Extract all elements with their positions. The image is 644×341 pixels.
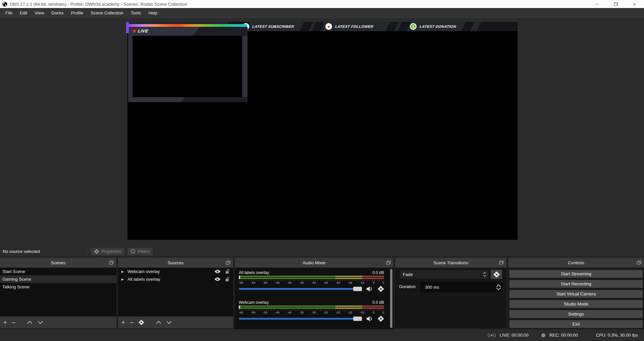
visibility-eye-icon[interactable] [214, 269, 221, 274]
filters-label: Filters [138, 249, 149, 254]
filters-button[interactable]: Filters [127, 248, 153, 256]
speaker-mute-button[interactable] [366, 286, 373, 292]
menu-item[interactable]: Tools [127, 8, 145, 18]
dollar-glyph: $ [411, 24, 416, 29]
filters-icon [130, 249, 136, 254]
webcam-frame-purple-tab [126, 22, 129, 33]
restore-icon [614, 2, 618, 6]
meter-level-cursor [239, 276, 240, 279]
window-title: OBS 27.2.1 (64-bit, windows) - Profile: … [10, 2, 187, 7]
visibility-eye-icon[interactable] [214, 277, 221, 281]
minimize-button[interactable] [588, 0, 606, 8]
meter-strip-left [239, 305, 384, 307]
channel-level-db: 0.0 dB [372, 300, 384, 305]
control-button[interactable]: Start Virtual Camera [509, 290, 643, 298]
source-list-item[interactable]: ▶ All labels overlay [118, 275, 233, 283]
source-toolbar: No source selected Properties Filters [0, 246, 644, 257]
sources-panel: Sources ▶ Webcam overlay [118, 258, 233, 328]
volume-slider-handle[interactable] [353, 317, 362, 321]
chevron-up-down-icon [483, 272, 486, 277]
remove-source-button[interactable]: − [130, 320, 134, 326]
audio-mixer-header: Audio Mixer [235, 258, 393, 268]
scene-list-item[interactable]: Gaming Scene [0, 275, 116, 283]
volume-slider-track[interactable] [239, 318, 362, 320]
lock-unlocked-icon[interactable] [225, 269, 230, 274]
latest-subscriber-text: LATEST SUBSCRIBER [252, 24, 294, 28]
channel-settings-gear-button[interactable] [378, 316, 384, 322]
source-list-item[interactable]: ▶ Webcam overlay [118, 268, 233, 275]
lock-unlocked-icon[interactable] [225, 277, 230, 282]
expand-arrow-icon[interactable]: ▶ [121, 270, 124, 273]
frame-header-accent [193, 27, 248, 36]
db-tick-label: 0 [382, 281, 384, 285]
channel-settings-gear-button[interactable] [378, 286, 384, 292]
volume-slider[interactable] [239, 316, 362, 321]
control-button[interactable]: Start Recording [509, 280, 643, 288]
db-tick-label: -60 [239, 281, 243, 285]
transition-properties-button[interactable] [490, 269, 502, 279]
preview-canvas[interactable]: ★ LATEST SUBSCRIBER ♥ LATEST FOLLOWER $ … [127, 22, 518, 240]
dock-popout-icon[interactable] [637, 261, 641, 265]
latest-donation-label: $ LATEST DONATION [410, 22, 456, 31]
source-properties-gear-button[interactable] [139, 320, 144, 325]
add-scene-button[interactable]: + [3, 320, 7, 326]
scenes-list: Start SceneGaming SceneTalking Scene [0, 268, 116, 317]
obs-main-window: OBS 27.2.1 (64-bit, windows) - Profile: … [0, 0, 644, 341]
menu-item[interactable]: Help [145, 8, 161, 18]
move-source-up-button[interactable] [156, 321, 161, 324]
dock-popout-icon[interactable] [226, 261, 230, 265]
webcam-video-area [132, 36, 242, 97]
speaker-mute-button[interactable] [366, 316, 373, 322]
close-button[interactable]: × [625, 0, 644, 8]
volume-slider-handle[interactable] [353, 287, 362, 291]
scene-list-item[interactable]: Start Scene [0, 268, 116, 275]
db-tick-label: -10 [360, 311, 364, 315]
follower-icon: ♥ [325, 23, 332, 30]
properties-button[interactable]: Properties [91, 248, 124, 256]
db-ruler-labels: -60-55-50-45-40-35-30-25-20-15-10-50 [239, 281, 384, 285]
control-button[interactable]: Settings [509, 310, 643, 318]
control-button[interactable]: Start Streaming [509, 270, 643, 278]
add-source-button[interactable]: + [121, 320, 125, 326]
remove-scene-button[interactable]: − [12, 320, 16, 326]
transition-select[interactable]: Fade [399, 270, 489, 279]
db-tick-label: -40 [287, 311, 291, 315]
dock-popout-icon[interactable] [499, 261, 504, 265]
duration-input[interactable]: 300 ms [421, 282, 502, 292]
db-tick-label: -25 [324, 311, 328, 315]
duration-decrement-button[interactable] [496, 287, 501, 290]
duration-increment-button[interactable] [496, 284, 501, 287]
dock-popout-icon[interactable] [386, 261, 391, 265]
obs-logo-icon [2, 2, 7, 7]
control-button[interactable]: Exit [509, 320, 643, 328]
controls-panel-title: Controls [568, 260, 584, 265]
preview-area: ★ LATEST SUBSCRIBER ♥ LATEST FOLLOWER $ … [0, 18, 644, 246]
db-tick-label: -50 [263, 281, 267, 285]
volume-slider-track[interactable] [239, 288, 362, 290]
volume-slider[interactable] [239, 286, 362, 291]
menu-item[interactable]: Profile [67, 8, 87, 18]
menu-item[interactable]: File [2, 8, 16, 18]
dock-popout-icon[interactable] [109, 261, 114, 265]
combo-arrows[interactable] [480, 270, 489, 279]
db-tick-label: -55 [251, 311, 255, 315]
db-ruler-ticks [239, 310, 384, 311]
menu-item[interactable]: Scene Collection [87, 8, 127, 18]
menu-item[interactable]: Edit [16, 8, 31, 18]
menu-item[interactable]: View [31, 8, 48, 18]
latest-follower-label: ♥ LATEST FOLLOWER [325, 22, 373, 31]
mixer-channel: Webcam overlay 0.0 dB -60-55-50-45-40-35… [239, 299, 384, 322]
stripe [311, 22, 325, 31]
move-source-down-button[interactable] [166, 321, 172, 324]
expand-arrow-icon[interactable]: ▶ [121, 278, 124, 281]
move-scene-down-button[interactable] [38, 321, 43, 324]
db-tick-label: -5 [372, 281, 375, 285]
scene-list-item[interactable]: Talking Scene [0, 283, 116, 291]
db-tick-label: -30 [311, 281, 316, 285]
db-tick-label: -25 [324, 281, 328, 285]
mixer-scrollbar[interactable] [390, 269, 392, 328]
control-button[interactable]: Studio Mode [509, 300, 643, 308]
menu-item[interactable]: Docks [48, 8, 67, 18]
restore-button[interactable] [606, 0, 625, 8]
move-scene-up-button[interactable] [27, 321, 33, 324]
